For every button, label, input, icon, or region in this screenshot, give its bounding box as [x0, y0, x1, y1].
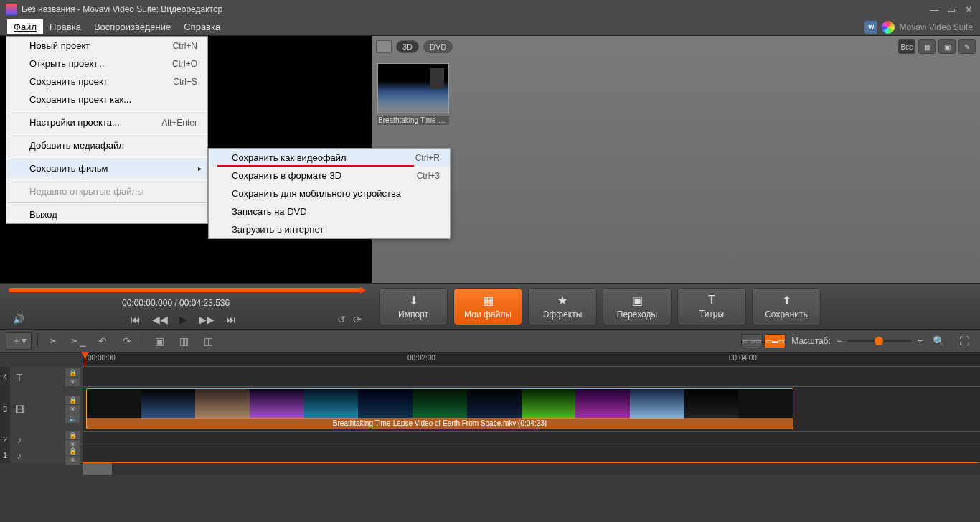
menu-playback[interactable]: Воспроизведение	[88, 19, 177, 34]
track4-eye-icon[interactable]: 👁	[65, 378, 80, 386]
media-thumb-label: Breathtaking Time-Lap...	[377, 116, 449, 125]
brand-label: Movavi Video Suite	[899, 22, 973, 32]
track1-lock-icon[interactable]: 🔒	[65, 447, 80, 455]
tool2-icon[interactable]: ▥	[174, 332, 194, 350]
files-icon: ▦	[483, 294, 494, 307]
video-track-icon: 🎞	[10, 404, 29, 415]
ruler-mark-0: 00:00:00	[88, 354, 116, 362]
next-button[interactable]: ⏭	[226, 314, 236, 325]
menuitem-project-settings[interactable]: Настройки проекта...Alt+Enter	[6, 113, 207, 131]
loop-button[interactable]: ↺	[337, 314, 346, 325]
menuitem-exit[interactable]: Выход	[6, 205, 207, 223]
save-movie-submenu: Сохранить как видеофайлCtrl+R Сохранить …	[208, 148, 451, 239]
transitions-icon: ▣	[632, 294, 643, 307]
app-logo-icon	[6, 4, 17, 15]
titles-icon: T	[708, 294, 715, 307]
close-button[interactable]: ✕	[963, 4, 974, 15]
titlebar: Без названия - Movavi Video Suite: Видео…	[0, 0, 980, 19]
zoom-slider[interactable]	[847, 340, 912, 342]
redo-icon[interactable]: ↷	[117, 332, 137, 350]
view-full-button[interactable]: ▭▬▭	[764, 334, 786, 348]
track2-lock-icon[interactable]: 🔒	[65, 431, 80, 439]
volume-icon[interactable]: 🔊	[13, 314, 24, 325]
view-grid-icon[interactable]: ▦	[918, 39, 936, 54]
playhead[interactable]	[85, 353, 85, 366]
menuitem-save-project[interactable]: Сохранить проектCtrl+S	[6, 73, 207, 90]
menuitem-open-project[interactable]: Открыть проект...Ctrl+O	[6, 55, 207, 73]
zoom-out-icon[interactable]: −	[837, 336, 842, 346]
tab-titles[interactable]: TТитры	[677, 288, 746, 325]
file-dropdown: Новый проектCtrl+N Открыть проект...Ctrl…	[6, 36, 208, 224]
audio-track-icon: ♪	[10, 434, 29, 445]
playback-bar: 00:00:00.000 / 00:04:23.536 🔊 ⏮ ◀◀ ▶ ▶▶ …	[0, 283, 980, 330]
menuitem-new-project[interactable]: Новый проектCtrl+N	[6, 37, 207, 55]
ruler-mark-4: 00:04:00	[729, 354, 757, 362]
view-select-icon[interactable]: ▣	[938, 39, 956, 54]
menuitem-recent-files: Недавно открытые файлы	[6, 182, 207, 200]
track-1: 1♪🔒👁	[0, 447, 980, 463]
track3-eye-icon[interactable]: 👁	[65, 405, 80, 414]
zoom-label: Масштаб:	[791, 336, 831, 346]
tab-import[interactable]: ⬇Импорт	[379, 288, 448, 325]
track-4: 4T🔒👁	[0, 367, 980, 387]
time-ruler[interactable]: 00:00:00 00:02:00 00:04:00	[83, 353, 980, 367]
tool-wand-icon[interactable]: ✎	[958, 39, 976, 54]
fit-icon[interactable]: 🔍	[928, 332, 948, 350]
tab-effects[interactable]: ★Эффекты	[528, 288, 597, 325]
play-button[interactable]: ▶	[179, 314, 187, 325]
crop-icon[interactable]: ▣	[149, 332, 169, 350]
tool3-icon[interactable]: ◫	[198, 332, 218, 350]
fullscreen-icon[interactable]: ⛶	[954, 332, 974, 350]
chip-dvd[interactable]: DVD	[423, 40, 453, 53]
media-thumb-image	[377, 63, 449, 113]
menuitem-save-3d[interactable]: Сохранить в формате 3DCtrl+3	[209, 167, 450, 185]
timecode: 00:00:00.000 / 00:04:23.536	[122, 298, 230, 308]
ruler-mark-2: 00:02:00	[407, 354, 435, 362]
media-thumb[interactable]: Breathtaking Time-Lap...	[377, 63, 449, 125]
menuitem-save-project-as[interactable]: Сохранить проект как...	[6, 90, 207, 108]
add-button[interactable]: ＋▾	[6, 332, 32, 350]
video-clip[interactable]: Breathtaking Time-Lapse Video of Earth F…	[86, 388, 793, 429]
menuitem-save-movie[interactable]: Сохранить фильм	[6, 159, 207, 177]
track-2: 2♪🔒👁	[0, 432, 980, 447]
split-icon[interactable]: ✂⎯	[68, 332, 88, 350]
track3-lock-icon[interactable]: 🔒	[65, 396, 80, 404]
maximize-button[interactable]: ▭	[946, 4, 957, 15]
menuitem-save-mobile[interactable]: Сохранить для мобильного устройства	[209, 185, 450, 202]
menuitem-upload-internet[interactable]: Загрузить в интернет	[209, 220, 450, 238]
timeline-h-scrollbar[interactable]	[83, 463, 980, 475]
chip-3d[interactable]: 3D	[396, 40, 419, 53]
media-panel: 3D DVD Все ▦ ▣ ✎ Breathtaking Time-Lap..…	[372, 36, 980, 283]
track1-eye-icon[interactable]: 👁	[65, 456, 80, 465]
tab-transitions[interactable]: ▣Переходы	[603, 288, 672, 325]
menubar: Файл Правка Воспроизведение Справка w Mo…	[0, 19, 980, 36]
menu-edit[interactable]: Правка	[43, 19, 88, 34]
menu-file[interactable]: Файл	[7, 19, 43, 34]
menu-help[interactable]: Справка	[177, 19, 227, 34]
menuitem-add-media[interactable]: Добавить медиафайл	[6, 136, 207, 154]
color-wheel-icon[interactable]	[882, 21, 895, 34]
step-back-button[interactable]: ◀◀	[152, 314, 168, 325]
menuitem-save-as-video[interactable]: Сохранить как видеофайлCtrl+R	[209, 149, 450, 167]
prev-button[interactable]: ⏮	[131, 314, 141, 325]
timeline: 00:00:00 00:02:00 00:04:00 4T🔒👁 3🎞🔒👁🔈 Br…	[0, 353, 980, 475]
tab-my-files[interactable]: ▦Мои файлы	[453, 288, 522, 325]
filter-all-button[interactable]: Все	[898, 39, 915, 54]
vk-icon[interactable]: w	[864, 21, 877, 34]
tab-save[interactable]: ⬆Сохранить	[752, 288, 821, 325]
audio-track-icon: ♪	[10, 450, 29, 461]
toolbar: ＋▾ ✂ ✂⎯ ↶ ↷ ▣ ▥ ◫ ▭▭▭ ▭▬▭ Масштаб: − + 🔍…	[0, 330, 980, 353]
view-compact-button[interactable]: ▭▭▭	[741, 334, 763, 348]
folder-icon[interactable]	[376, 40, 392, 53]
track4-lock-icon[interactable]: 🔒	[65, 368, 80, 377]
cut-icon[interactable]: ✂	[44, 332, 64, 350]
step-fwd-button[interactable]: ▶▶	[199, 314, 215, 325]
menuitem-burn-dvd[interactable]: Записать на DVD	[209, 202, 450, 220]
minimize-button[interactable]: —	[928, 4, 940, 15]
undo-icon[interactable]: ↶	[93, 332, 113, 350]
zoom-in-icon[interactable]: +	[918, 336, 923, 346]
seek-slider[interactable]	[9, 288, 363, 294]
shuffle-button[interactable]: ⟳	[353, 314, 362, 325]
track3-mute-icon[interactable]: 🔈	[65, 414, 80, 423]
window-title: Без названия - Movavi Video Suite: Видео…	[22, 4, 222, 14]
